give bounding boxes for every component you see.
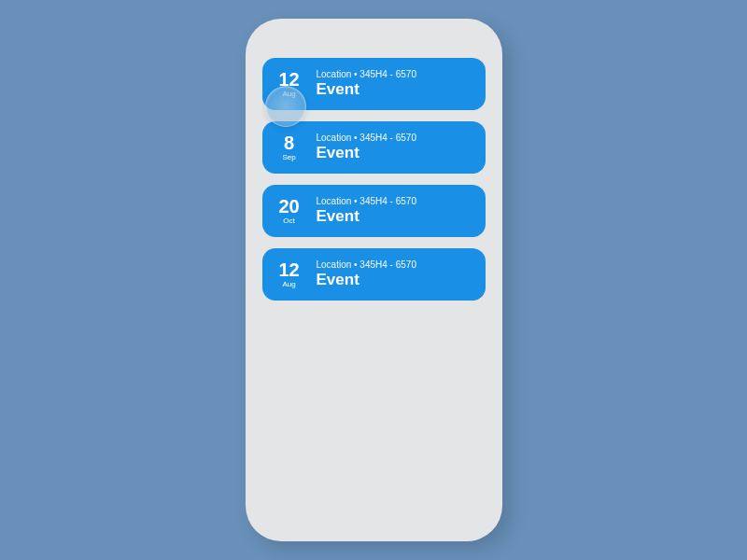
event-date: 12 Aug bbox=[275, 260, 303, 288]
event-content: Location • 345H4 - 6570 Event bbox=[317, 259, 416, 289]
event-date: 12 Aug bbox=[275, 70, 303, 98]
event-location: Location • 345H4 - 6570 bbox=[317, 196, 416, 206]
event-title: Event bbox=[317, 271, 416, 289]
event-month: Aug bbox=[282, 280, 295, 288]
event-title: Event bbox=[317, 144, 416, 162]
event-day: 12 bbox=[278, 260, 299, 279]
event-content: Location • 345H4 - 6570 Event bbox=[317, 133, 416, 162]
event-content: Location • 345H4 - 6570 Event bbox=[317, 196, 416, 226]
event-location: Location • 345H4 - 6570 bbox=[317, 259, 416, 270]
event-location: Location • 345H4 - 6570 bbox=[317, 133, 416, 143]
event-location: Location • 345H4 - 6570 bbox=[317, 69, 416, 79]
event-month: Aug bbox=[282, 90, 295, 98]
phone-screen: 12 Aug Location • 345H4 - 6570 Event 8 S… bbox=[261, 35, 487, 525]
event-month: Oct bbox=[283, 217, 294, 225]
event-title: Event bbox=[317, 80, 416, 99]
event-title: Event bbox=[317, 207, 416, 226]
event-card[interactable]: 12 Aug Location • 345H4 - 6570 Event bbox=[262, 248, 486, 301]
event-card[interactable]: 8 Sep Location • 345H4 - 6570 Event bbox=[262, 121, 486, 174]
event-card[interactable]: 20 Oct Location • 345H4 - 6570 Event bbox=[262, 185, 486, 237]
event-day: 20 bbox=[278, 197, 299, 216]
event-day: 12 bbox=[278, 70, 299, 89]
event-month: Sep bbox=[282, 153, 295, 161]
event-content: Location • 345H4 - 6570 Event bbox=[317, 69, 416, 99]
event-date: 20 Oct bbox=[275, 197, 303, 225]
phone-notch bbox=[317, 19, 430, 41]
event-list: 12 Aug Location • 345H4 - 6570 Event 8 S… bbox=[261, 58, 487, 301]
event-card[interactable]: 12 Aug Location • 345H4 - 6570 Event bbox=[262, 58, 486, 110]
event-date: 8 Sep bbox=[275, 133, 303, 161]
phone-frame: 12 Aug Location • 345H4 - 6570 Event 8 S… bbox=[246, 19, 502, 541]
event-day: 8 bbox=[284, 133, 294, 152]
